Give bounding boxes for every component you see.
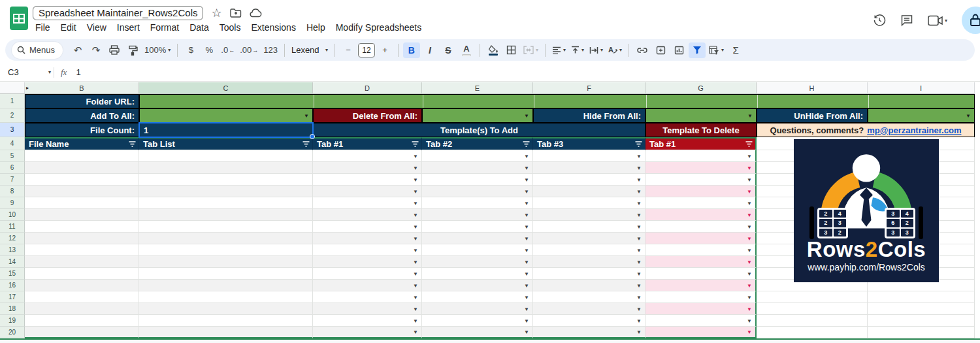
cell-E11[interactable]: ▼ <box>422 221 533 233</box>
cell-G6[interactable]: ▼ <box>645 162 757 174</box>
row-header-9[interactable]: 9 <box>0 197 25 209</box>
dropdown-arrow-icon[interactable]: ▼ <box>747 247 752 253</box>
insert-chart-button[interactable] <box>670 42 687 58</box>
contact-email-link[interactable]: mp@perzantrainer.com <box>867 125 961 135</box>
cell-G11[interactable]: ▼ <box>645 221 757 233</box>
cell-I2-unhide-dropdown[interactable]: ▼ <box>868 108 975 123</box>
cell-G3-template-to-delete-header[interactable]: Template To Delete <box>645 123 757 137</box>
row-header-13[interactable]: 13 <box>0 244 25 256</box>
insert-link-button[interactable] <box>634 42 651 58</box>
dropdown-arrow-icon[interactable]: ▼ <box>636 318 642 323</box>
zoom-select[interactable]: 100%▾ <box>142 42 172 58</box>
dropdown-arrow-icon[interactable]: ▼ <box>413 318 418 323</box>
cell-E16[interactable]: ▼ <box>422 280 533 291</box>
cell-D19[interactable]: ▼ <box>313 315 422 327</box>
cell-E13[interactable]: ▼ <box>422 244 533 256</box>
menu-format[interactable]: Format <box>145 21 184 34</box>
undo-button[interactable]: ↶ <box>69 42 86 58</box>
dropdown-arrow-icon[interactable]: ▼ <box>747 306 752 312</box>
cell-B12[interactable] <box>25 233 139 244</box>
dropdown-arrow-icon[interactable]: ▼ <box>636 306 642 312</box>
filter-header-icon[interactable] <box>523 141 530 147</box>
dropdown-arrow-icon[interactable]: ▼ <box>747 153 752 159</box>
cell-D12[interactable]: ▼ <box>313 233 422 244</box>
cell-C2-add-dropdown[interactable]: ▼ <box>139 108 313 123</box>
cell-D2-delete-from-all-label[interactable]: Delete From All: <box>313 108 422 123</box>
cell-D10[interactable]: ▼ <box>313 209 422 221</box>
cell-G10[interactable]: ▼ <box>645 209 757 221</box>
cell-F18[interactable]: ▼ <box>533 303 645 315</box>
cell-F17[interactable]: ▼ <box>533 291 645 303</box>
cell-C19[interactable] <box>139 315 313 327</box>
create-filter-button[interactable] <box>689 42 706 58</box>
row-header-15[interactable]: 15 <box>0 268 25 280</box>
cell-F19[interactable]: ▼ <box>533 315 645 327</box>
dropdown-arrow-icon[interactable]: ▼ <box>413 153 418 159</box>
cell-G18[interactable]: ▼ <box>645 303 757 315</box>
selection-fill-handle[interactable] <box>310 134 315 139</box>
font-size-input[interactable]: 12 <box>358 43 375 57</box>
cell-C16[interactable] <box>139 280 313 291</box>
cell-F13[interactable]: ▼ <box>533 244 645 256</box>
dropdown-arrow-icon[interactable]: ▼ <box>747 270 752 276</box>
row-header-12[interactable]: 12 <box>0 233 25 244</box>
horizontal-align-button[interactable]: ▾ <box>550 42 568 58</box>
column-header-H[interactable]: H <box>757 82 868 94</box>
filter-header-icon[interactable] <box>745 141 753 147</box>
cell-D18[interactable]: ▼ <box>313 303 422 315</box>
dropdown-arrow-icon[interactable]: ▼ <box>524 212 529 218</box>
dropdown-arrow-icon[interactable]: ▼ <box>524 153 529 159</box>
row-header-16[interactable]: 16 <box>0 280 25 291</box>
cell-B14[interactable] <box>25 256 139 268</box>
dropdown-arrow-icon[interactable]: ▼ <box>636 282 642 288</box>
dropdown-arrow-icon[interactable]: ▼ <box>413 329 418 335</box>
dropdown-arrow-icon[interactable]: ▼ <box>636 247 642 253</box>
cell-D9[interactable]: ▼ <box>313 197 422 209</box>
cell-B3-file-count-label[interactable]: File Count: <box>25 123 139 137</box>
cell-G15[interactable]: ▼ <box>645 268 757 280</box>
cell-F10[interactable]: ▼ <box>533 209 645 221</box>
cell-B13[interactable] <box>25 244 139 256</box>
menu-tools[interactable]: Tools <box>214 21 246 34</box>
cell-C8[interactable] <box>139 186 313 197</box>
number-format-button[interactable]: 123 <box>261 42 280 58</box>
meet-video-icon[interactable]: ▾ <box>928 15 947 26</box>
row-header-1[interactable]: 1 <box>0 94 25 108</box>
cell-G20[interactable]: ▼ <box>645 327 757 338</box>
cell-F4-tab3-header[interactable]: Tab #3 <box>533 137 645 150</box>
row-header-3[interactable]: 3 <box>0 123 25 137</box>
cell-B18[interactable] <box>25 303 139 315</box>
name-box[interactable]: C3▾ <box>0 67 51 77</box>
cell-F15[interactable]: ▼ <box>533 268 645 280</box>
menu-data[interactable]: Data <box>184 21 214 34</box>
dropdown-arrow-icon[interactable]: ▼ <box>413 165 418 171</box>
cell-H19[interactable] <box>757 315 868 327</box>
cell-F9[interactable]: ▼ <box>533 197 645 209</box>
cell-C15[interactable] <box>139 268 313 280</box>
dropdown-arrow-icon[interactable]: ▼ <box>747 176 752 182</box>
star-icon[interactable]: ☆ <box>211 7 221 19</box>
cell-B15[interactable] <box>25 268 139 280</box>
row-header-11[interactable]: 11 <box>0 221 25 233</box>
menu-insert[interactable]: Insert <box>112 21 145 34</box>
cell-D8[interactable]: ▼ <box>313 186 422 197</box>
cell-B4-file-name-header[interactable]: File Name <box>25 137 139 150</box>
cell-B6[interactable] <box>25 162 139 174</box>
cell-G13[interactable]: ▼ <box>645 244 757 256</box>
cell-E19[interactable]: ▼ <box>422 315 533 327</box>
cell-E20[interactable]: ▼ <box>422 327 533 338</box>
row-header-5[interactable]: 5 <box>0 150 25 162</box>
cell-D6[interactable]: ▼ <box>313 162 422 174</box>
cell-B2-add-to-all-label[interactable]: Add To All: <box>25 108 139 123</box>
text-wrap-button[interactable]: ▾ <box>587 42 605 58</box>
cell-E8[interactable]: ▼ <box>422 186 533 197</box>
dropdown-arrow-icon[interactable]: ▼ <box>413 212 418 218</box>
cell-D16[interactable]: ▼ <box>313 280 422 291</box>
cell-D3-template-to-add-header[interactable]: Template(s) To Add <box>313 123 645 137</box>
dropdown-arrow-icon[interactable]: ▼ <box>747 318 752 323</box>
cloud-status-icon[interactable] <box>250 8 262 18</box>
dropdown-arrow-icon[interactable]: ▼ <box>636 200 642 206</box>
dropdown-arrow-icon[interactable]: ▼ <box>636 176 642 182</box>
sheets-logo-icon[interactable] <box>9 6 29 33</box>
dropdown-arrow-icon[interactable]: ▼ <box>747 223 752 229</box>
